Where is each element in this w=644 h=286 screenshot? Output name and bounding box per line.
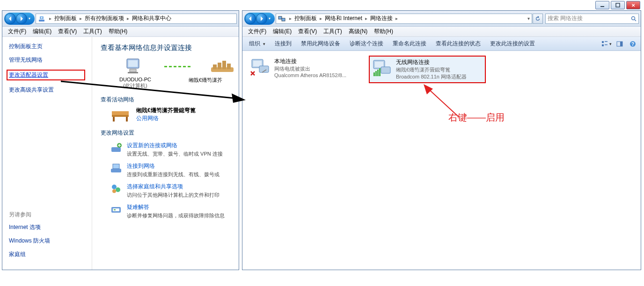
nav-history-dropdown[interactable]: ▾ — [267, 16, 272, 21]
menu-view[interactable]: 查看(V) — [55, 27, 80, 36]
menu-file[interactable]: 文件(F) — [5, 27, 29, 36]
menu-view[interactable]: 查看(V) — [295, 27, 320, 36]
breadcrumb-item[interactable]: 控制面板 — [53, 14, 78, 22]
breadcrumb-item[interactable]: 网络连接 — [369, 14, 394, 22]
setting-desc: 连接到或重新连接到无线、有线、拨号或 — [127, 171, 220, 178]
network-link-line — [164, 66, 192, 67]
main-content: 查看基本网络信息并设置连接 DUODUO-PC (此计算机) 缃戠€爡笉潇芥 查… — [92, 37, 239, 270]
forward-button[interactable] — [256, 13, 267, 24]
sidebar-seealso-firewall[interactable]: Windows 防火墙 — [9, 237, 85, 245]
svg-point-23 — [116, 187, 120, 192]
search-input[interactable]: 搜索 网络连接 — [545, 14, 639, 24]
menu-tools[interactable]: 工具(T) — [80, 27, 104, 36]
crumb-arrow-icon: ▸ — [125, 16, 131, 21]
tool-connect[interactable]: 连接到 — [271, 38, 295, 49]
menu-bar: 文件(F) 编辑(E) 查看(V) 工具(T) 高级(N) 帮助(H) — [242, 27, 641, 37]
setting-troubleshoot[interactable]: 疑难解答诊断并修复网络问题，或获得故障排除信息 — [110, 203, 239, 219]
pc-icon — [123, 57, 146, 76]
svg-rect-33 — [605, 41, 607, 42]
annotation-text: 右键——启用 — [448, 111, 505, 124]
svg-rect-28 — [278, 16, 282, 19]
back-button[interactable] — [5, 13, 16, 24]
network-icon — [211, 57, 234, 76]
connection-status: 网络电缆被拔出 — [274, 65, 346, 72]
svg-rect-11 — [218, 63, 221, 69]
tool-properties[interactable]: 更改此连接的设置 — [486, 38, 539, 49]
search-placeholder: 搜索 网络连接 — [548, 14, 583, 22]
svg-point-30 — [632, 16, 635, 20]
refresh-button[interactable] — [533, 14, 543, 24]
minimize-button[interactable] — [595, 1, 609, 9]
setting-desc: 设置无线、宽带、拨号、临时或 VPN 连接 — [127, 150, 223, 157]
connection-device: Qualcomm Atheros AR8152/8... — [274, 72, 346, 78]
sidebar-link-advanced-sharing[interactable]: 更改高级共享设置 — [9, 86, 85, 94]
menu-bar: 文件(F) 编辑(E) 查看(V) 工具(T) 帮助(H) — [2, 27, 239, 37]
network-connections-window: ▾ ▸ 控制面板 ▸ 网络和 Internet ▸ 网络连接 ▸ ▾ 搜索 网络… — [242, 10, 641, 270]
crumb-arrow-icon: ▸ — [47, 16, 53, 21]
breadcrumb-item[interactable]: 所有控制面板项 — [84, 14, 125, 22]
menu-advanced[interactable]: 高级(N) — [346, 27, 371, 36]
network-labels: DUODUO-PC (此计算机) 缃戠€爡笉潇芥 — [113, 77, 239, 89]
section-active-networks: 查看活动网络 — [101, 96, 239, 104]
forward-button[interactable] — [16, 13, 27, 24]
svg-rect-7 — [130, 69, 136, 72]
svg-rect-21 — [113, 164, 119, 169]
menu-edit[interactable]: 编辑(E) — [270, 27, 294, 36]
pc-name: DUODUO-PC — [113, 77, 158, 82]
menu-help[interactable]: 帮助(H) — [106, 27, 131, 36]
sidebar-link-adapter-settings[interactable]: 更改适配器设置 — [7, 70, 85, 80]
svg-rect-32 — [602, 41, 604, 43]
connection-local[interactable]: 本地连接 网络电缆被拔出 Qualcomm Atheros AR8152/8..… — [248, 56, 360, 80]
breadcrumb-item[interactable]: 网络和共享中心 — [131, 14, 172, 22]
sidebar-seealso-title: 另请参阅 — [9, 211, 85, 219]
nav-history-dropdown[interactable]: ▾ — [27, 16, 32, 21]
sidebar-seealso-homegroup[interactable]: 家庭组 — [9, 250, 85, 258]
sidebar-seealso-internet[interactable]: Internet 选项 — [9, 223, 85, 231]
tool-status[interactable]: 查看此连接的状态 — [432, 38, 484, 49]
tool-rename[interactable]: 重命名此连接 — [389, 38, 430, 49]
preview-pane-button[interactable] — [615, 39, 625, 49]
close-button[interactable]: ✕ — [626, 1, 640, 9]
connection-name: 本地连接 — [274, 57, 346, 65]
new-connection-icon — [110, 142, 122, 154]
breadcrumb-item[interactable]: 网络和 Internet — [324, 14, 363, 22]
crumb-arrow-icon: ▸ — [363, 16, 369, 21]
address-dropdown-icon[interactable]: ▾ — [526, 16, 532, 21]
tool-diagnose[interactable]: 诊断这个连接 — [346, 38, 387, 49]
setting-connect-network[interactable]: 连接到网络连接到或重新连接到无线、有线、拨号或 — [110, 162, 239, 178]
help-button[interactable]: ? — [628, 39, 638, 49]
crumb-arrow-icon: ▸ — [78, 16, 84, 21]
svg-rect-10 — [213, 64, 217, 69]
back-button[interactable] — [245, 13, 256, 24]
breadcrumb-item[interactable]: 控制面板 — [293, 14, 318, 22]
tool-organize[interactable]: 组织 — [245, 38, 269, 49]
menu-help[interactable]: 帮助(H) — [371, 27, 396, 36]
connection-name: 无线网络连接 — [396, 58, 467, 66]
address-bar[interactable]: ▸ 控制面板 ▸ 所有控制面板项 ▸ 网络和共享中心 — [36, 14, 237, 24]
menu-file[interactable]: 文件(F) — [245, 27, 269, 36]
view-mode-button[interactable] — [601, 39, 612, 49]
wifi-icon — [372, 58, 392, 79]
svg-rect-44 — [375, 62, 383, 67]
window-controls: ✕ — [595, 1, 640, 9]
svg-rect-37 — [620, 42, 622, 46]
svg-rect-49 — [379, 68, 381, 76]
nav-bar: ▾ ▸ 控制面板 ▸ 所有控制面板项 ▸ 网络和共享中心 — [2, 11, 239, 27]
connection-wireless[interactable]: 无线网络连接 缃戝€爡笉潇芥畳鎴弯篦 Broadcom 802.11n 网络适配… — [369, 56, 486, 83]
nav-arrows: ▾ — [4, 13, 35, 25]
setting-title: 连接到网络 — [127, 162, 220, 170]
setting-homegroup[interactable]: 选择家庭组和共享选项访问位于其他网络计算机上的文件和打印 — [110, 183, 239, 199]
menu-edit[interactable]: 编辑(E) — [30, 27, 54, 36]
menu-tools[interactable]: 工具(T) — [321, 27, 344, 36]
svg-rect-14 — [112, 115, 129, 117]
active-network-type[interactable]: 公用网络 — [136, 114, 196, 122]
sidebar-link-wireless[interactable]: 管理无线网络 — [9, 56, 85, 64]
setting-new-connection[interactable]: 设置新的连接或网络设置无线、宽带、拨号、临时或 VPN 连接 — [110, 142, 239, 157]
svg-rect-18 — [111, 147, 121, 152]
tool-disable[interactable]: 禁用此网络设备 — [297, 38, 344, 49]
maximize-button[interactable] — [611, 1, 625, 9]
address-bar[interactable]: ▸ 控制面板 ▸ 网络和 Internet ▸ 网络连接 ▸ ▾ — [276, 14, 532, 24]
svg-rect-29 — [282, 18, 285, 21]
search-icon — [631, 16, 637, 21]
nav-arrows: ▾ — [244, 13, 275, 25]
